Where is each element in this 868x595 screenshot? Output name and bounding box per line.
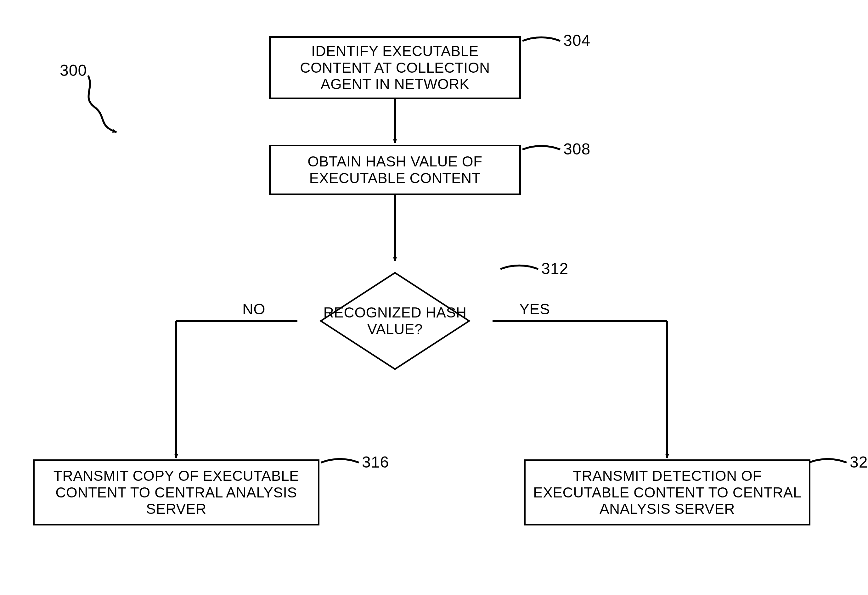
branch-yes-label: YES — [519, 301, 550, 318]
ref-308: 308 — [563, 140, 590, 158]
branch-no-label: NO — [242, 301, 265, 318]
ref-320: 320 — [850, 453, 868, 471]
node-320-text: TRANSMIT DETECTION OF EXECUTABLE CONTENT… — [532, 468, 803, 518]
process-transmit-copy: TRANSMIT COPY OF EXECUTABLE CONTENT TO C… — [33, 459, 319, 526]
node-316-text: TRANSMIT COPY OF EXECUTABLE CONTENT TO C… — [41, 468, 311, 518]
node-312-text: RECOGNIZED HASH VALUE? — [297, 304, 493, 338]
process-identify-executable: IDENTIFY EXECUTABLE CONTENT AT COLLECTIO… — [269, 36, 521, 99]
decision-recognized-hash: RECOGNIZED HASH VALUE? — [297, 261, 493, 381]
ref-316: 316 — [362, 453, 389, 471]
process-transmit-detection: TRANSMIT DETECTION OF EXECUTABLE CONTENT… — [524, 459, 810, 526]
figure-ref-300: 300 — [60, 61, 87, 80]
node-304-text: IDENTIFY EXECUTABLE CONTENT AT COLLECTIO… — [277, 43, 513, 93]
node-308-text: OBTAIN HASH VALUE OF EXECUTABLE CONTENT — [277, 153, 513, 187]
ref-312: 312 — [541, 260, 568, 278]
process-obtain-hash: OBTAIN HASH VALUE OF EXECUTABLE CONTENT — [269, 145, 521, 195]
ref-304: 304 — [563, 31, 590, 50]
